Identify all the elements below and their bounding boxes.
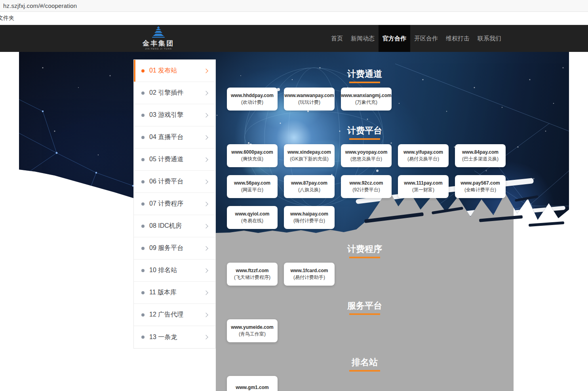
card-domain: www.yifupay.com <box>403 149 443 155</box>
card-name: (第一财富) <box>412 187 434 193</box>
pagoda-logo-icon <box>152 26 165 38</box>
partner-card[interactable]: www.xindepay.com(GK旗下新的充值) <box>284 144 335 167</box>
card-grid: www.ftzzf.com(飞天猪计费程序)www.1fcard.com(易付计… <box>216 263 514 286</box>
nav-item[interactable]: 官方合作 <box>379 25 410 52</box>
content-section: 计费平台www.6000pay.com(爽快充值)www.xindepay.co… <box>216 125 514 229</box>
bullet-icon <box>141 114 145 117</box>
sidebar-item-06[interactable]: 06 计费平台 <box>134 171 215 193</box>
partner-card[interactable]: www.gm1.com <box>227 376 278 391</box>
bookmarks-bar: 文件夹 <box>0 12 588 25</box>
sidebar-item-07[interactable]: 07 计费程序 <box>134 193 215 215</box>
card-grid: www.gm1.com <box>216 376 514 391</box>
card-name: (奇易在线) <box>241 218 263 224</box>
nav-item[interactable]: 开区合作 <box>410 25 442 52</box>
card-name: (爽快充值) <box>241 156 263 162</box>
site-header: 金丰集团 JIN FENG JI TUAN 首页新闻动态官方合作开区合作维权打击… <box>0 25 588 52</box>
card-domain: www.hhddpay.com <box>231 93 274 99</box>
chevron-right-icon <box>204 91 208 95</box>
sidebar-item-label: 02 引擎插件 <box>149 89 204 97</box>
chevron-right-icon <box>204 313 208 317</box>
card-domain: www.111pay.com <box>404 180 442 186</box>
url-text: hz.szjfxj.com/#/cooperation <box>0 2 77 9</box>
partner-card[interactable]: www.hhddpay.com(欢动计费) <box>227 88 278 111</box>
bookmark-folder[interactable]: 文件夹 <box>0 15 14 22</box>
sidebar-item-03[interactable]: 03 游戏引擎 <box>134 104 215 126</box>
section-title-underline <box>349 138 380 140</box>
partner-card[interactable]: www.pay567.com(全略计费平台) <box>455 175 506 198</box>
card-name: (易付兑换平台) <box>407 156 439 162</box>
sidebar-item-05[interactable]: 05 计费通道 <box>134 149 215 171</box>
card-name: (GK旗下新的充值) <box>290 156 328 162</box>
main-nav: 首页新闻动态官方合作开区合作维权打击联系我们 <box>327 25 505 52</box>
partner-card[interactable]: www.yifupay.com(易付兑换平台) <box>398 144 449 167</box>
chevron-right-icon <box>204 135 208 139</box>
section-title: 计费平台 <box>216 125 514 137</box>
partner-card[interactable]: www.92cz.com(92计费平台) <box>341 175 392 198</box>
nav-item[interactable]: 首页 <box>327 25 347 52</box>
nav-item[interactable]: 维权打击 <box>442 25 474 52</box>
section-title: 排名站 <box>216 357 514 368</box>
chevron-right-icon <box>204 268 208 273</box>
card-domain: www.6000pay.com <box>231 149 273 155</box>
sidebar-item-01[interactable]: 01 发布站 <box>134 60 215 82</box>
bullet-icon <box>141 69 145 72</box>
partner-card[interactable]: www.1fcard.com(易付计费助手) <box>284 263 335 286</box>
chevron-right-icon <box>204 202 208 206</box>
sidebar-item-label: 07 计费程序 <box>149 200 204 208</box>
card-name: (悠悠兑换平台) <box>350 156 382 162</box>
partner-card[interactable]: www.87pay.com(八旗兑换) <box>284 175 335 198</box>
bullet-icon <box>141 247 145 250</box>
sidebar-item-09[interactable]: 09 服务平台 <box>134 237 215 259</box>
card-domain: www.wanwanpay.com <box>284 93 334 99</box>
card-name: (92计费平台) <box>352 187 380 193</box>
section-title: 计费程序 <box>216 243 514 255</box>
chevron-right-icon <box>204 179 208 184</box>
card-domain: www.ftzzf.com <box>236 268 269 274</box>
site-logo[interactable]: 金丰集团 JIN FENG JI TUAN <box>142 26 175 51</box>
partner-card[interactable]: www.qyiol.com(奇易在线) <box>227 206 278 229</box>
card-name: (万象代充) <box>355 99 377 105</box>
sidebar-item-02[interactable]: 02 引擎插件 <box>134 82 215 104</box>
card-name: (嗨付计费平台) <box>293 218 325 224</box>
logo-title: 金丰集团 <box>142 40 175 47</box>
content-section: 服务平台www.yumeide.com(青鸟工作室) <box>216 300 514 342</box>
nav-item[interactable]: 新闻动态 <box>347 25 379 52</box>
sidebar-item-10[interactable]: 10 排名站 <box>134 259 215 282</box>
card-name: (飞天猪计费程序) <box>234 275 270 280</box>
chevron-right-icon <box>204 335 208 339</box>
bullet-icon <box>141 158 145 161</box>
partner-card[interactable]: www.ftzzf.com(飞天猪计费程序) <box>227 263 278 286</box>
partner-card[interactable]: www.wanxiangmj.com(万象代充) <box>341 88 392 111</box>
partner-card[interactable]: www.6000pay.com(爽快充值) <box>227 144 278 167</box>
browser-url-bar[interactable]: hz.szjfxj.com/#/cooperation <box>0 0 588 12</box>
nav-item[interactable]: 联系我们 <box>474 25 505 52</box>
logo-subtitle: JIN FENG JI TUAN <box>142 48 175 50</box>
chevron-right-icon <box>204 69 208 73</box>
sidebar-menu: 01 发布站02 引擎插件03 游戏引擎04 直播平台05 计费通道06 计费平… <box>133 59 216 349</box>
card-name: (易付计费助手) <box>293 275 325 280</box>
card-grid: www.yumeide.com(青鸟工作室) <box>216 319 514 342</box>
partner-card[interactable]: www.wanwanpay.com(玩玩计费) <box>284 88 335 111</box>
partner-card[interactable]: www.haipay.com(嗨付计费平台) <box>284 206 335 229</box>
sidebar-item-08[interactable]: 08 IDC机房 <box>134 215 215 237</box>
sidebar-item-04[interactable]: 04 直播平台 <box>134 126 215 149</box>
card-domain: www.84pay.com <box>462 149 499 155</box>
bullet-icon <box>141 180 145 183</box>
partner-card[interactable]: www.84pay.com(巴士多渠道兑换) <box>455 144 506 167</box>
sidebar-item-12[interactable]: 12 广告代理 <box>134 304 215 326</box>
sidebar-item-label: 04 直播平台 <box>149 133 204 141</box>
sidebar-item-13[interactable]: 13 一条龙 <box>134 326 215 348</box>
section-title-underline <box>349 257 380 258</box>
bullet-icon <box>141 313 145 317</box>
partner-card[interactable]: www.yumeide.com(青鸟工作室) <box>227 319 278 342</box>
sidebar-item-label: 03 游戏引擎 <box>149 111 204 119</box>
sidebar-item-label: 11 版本库 <box>149 288 204 297</box>
card-domain: www.xindepay.com <box>287 149 331 155</box>
card-domain: www.yumeide.com <box>231 324 274 330</box>
card-domain: www.92cz.com <box>350 180 383 186</box>
sidebar-item-11[interactable]: 11 版本库 <box>134 282 215 304</box>
partner-card[interactable]: www.111pay.com(第一财富) <box>398 175 449 198</box>
partner-card[interactable]: www.yoyopay.com(悠悠兑换平台) <box>341 144 392 167</box>
partner-card[interactable]: www.56pay.com(网蓝平台) <box>227 175 278 198</box>
torn-paper-debris <box>529 221 564 227</box>
